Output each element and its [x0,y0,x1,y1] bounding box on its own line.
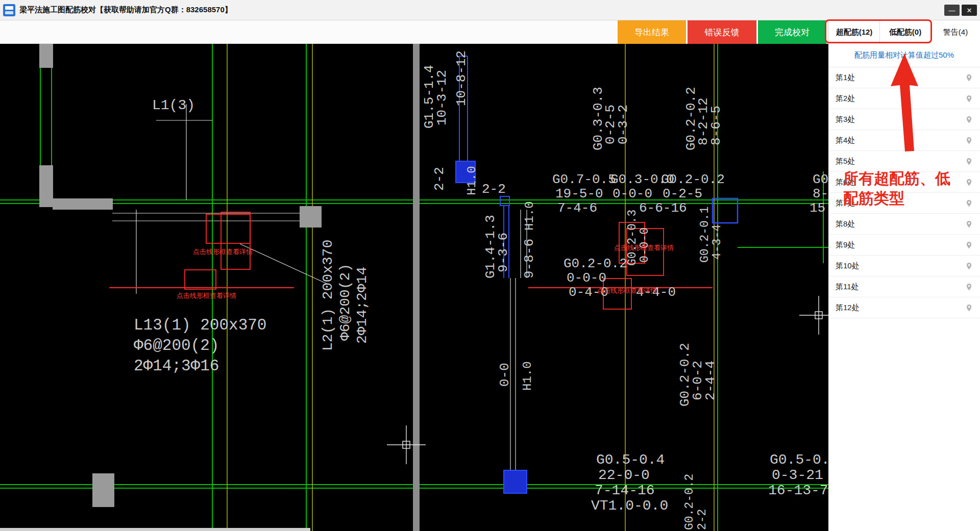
result-item-6[interactable]: 第6处 [828,172,980,193]
cad-text-label: L2(1) 200x370 [320,240,336,351]
error-feedback-button[interactable]: 错误反馈 [688,20,756,44]
cad-text-label: 点击线形框查看详情 [193,248,253,256]
cad-text-label: G0 [813,172,828,187]
location-pin-icon[interactable] [965,199,973,207]
cad-text-label: G0.2-0.2 [661,172,725,187]
app-icon [3,4,15,16]
cad-text-label: G0.7-0.5 [552,172,616,187]
cad-text-label: G0.2-0.2 [683,474,696,530]
cad-text-label: 0-3-2 [616,105,631,144]
cad-text-label: 0-2-5 [663,186,702,201]
result-item-8[interactable]: 第8处 [828,214,980,235]
close-button[interactable]: ✕ [962,5,977,16]
result-item-label: 第5处 [836,157,855,166]
cad-text-label: G0.5-0.4 [770,452,828,468]
result-item-label: 第1处 [836,73,855,83]
cad-text-label: VT1.0-0.0 [591,498,668,514]
cad-text-label: Φ6@200(2) [134,337,219,355]
cad-text-label: 2-2 [696,509,709,530]
cad-text-label: G0.5-0.4 [596,452,665,468]
cad-text-label: 2-2 [482,182,506,197]
cad-text-label: 16-13-7 [768,483,828,498]
result-item-label: 第7处 [836,198,855,208]
location-pin-icon[interactable] [965,116,973,123]
cad-text-label: H1.0 [523,201,536,231]
cad-text-label: 9-8-6 [522,239,537,279]
result-item-12[interactable]: 第12处 [828,297,980,318]
cad-text-label: 22-0-0 [598,467,650,483]
cad-text-label: H1.0 [465,166,479,195]
result-item-label: 第12处 [836,303,860,313]
location-pin-icon[interactable] [965,304,973,312]
cad-text-label: 点击线形框查看详情 [597,287,657,295]
window-title: 梁平法施工图配筋校对【获取帮助请加官方Q群：832658570】 [19,5,232,15]
result-item-1[interactable]: 第1处 [828,67,980,88]
results-panel: 配筋用量相对计算值超过50% 第1处 第2处 第3处 第4处 第5处 第6处 第… [828,44,980,531]
cad-text-label: 点击线形框查看详情 [177,292,236,300]
location-pin-icon[interactable] [965,283,973,291]
cad-text-label: 2Φ14;2Φ14 [354,267,370,344]
location-pin-icon[interactable] [965,74,973,82]
result-item-5[interactable]: 第5处 [828,151,980,172]
location-pin-icon[interactable] [965,220,973,228]
window-controls: — ✕ [944,5,977,16]
cad-text-label: 4-3-4 [710,224,724,260]
wall-divider [413,44,420,531]
result-category-link[interactable]: 配筋用量相对计算值超过50% [828,44,980,67]
cad-text-label: 8-6-5 [708,106,724,145]
location-pin-icon[interactable] [965,158,973,165]
result-item-9[interactable]: 第9处 [828,235,980,256]
location-pin-icon[interactable] [965,241,973,249]
toolbar: 导出结果 错误反馈 完成校对 超配筋(12) 低配筋(0) 警告(4) [0,20,980,44]
cad-text-label: L1(3) [152,97,195,113]
cad-text-label: G0.2-0.2 [564,256,627,271]
cad-text-label: G0.2-0.3 [626,210,639,266]
cad-text-label: Φ6@200(2) [337,264,353,341]
result-item-10[interactable]: 第10处 [828,256,980,276]
cad-text-label: L13(1) 200x370 [134,316,266,334]
cad-text-label: 19-5-0 [555,186,603,201]
cad-text-label: 7-4-6 [557,200,597,216]
result-item-label: 第4处 [836,136,855,145]
complete-check-button[interactable]: 完成校对 [758,20,826,44]
cad-text-label: 点击线形框查看详情 [614,244,674,252]
minimize-button[interactable]: — [944,5,960,16]
result-item-2[interactable]: 第2处 [828,88,980,109]
result-item-label: 第11处 [836,282,859,292]
location-pin-icon[interactable] [965,179,973,186]
cad-text-label: 2Φ14;3Φ16 [134,357,219,375]
result-item-3[interactable]: 第3处 [828,109,980,130]
cad-text-label: 2-2 [432,167,447,191]
cad-text-label: G0.2-0.1 [698,207,712,263]
result-item-11[interactable]: 第11处 [828,276,980,297]
tab-over-reinforcement[interactable]: 超配筋(12) [828,20,879,44]
export-results-button[interactable]: 导出结果 [618,20,686,44]
location-pin-icon[interactable] [965,262,973,270]
titlebar: 梁平法施工图配筋校对【获取帮助请加官方Q群：832658570】 — ✕ [0,0,980,20]
tab-under-reinforcement[interactable]: 低配筋(0) [879,20,930,44]
cad-text-label: 7-14-16 [595,483,655,498]
result-item-label: 第9处 [836,240,855,250]
cad-text-label: 10-3-12 [434,70,450,125]
cad-text-label: 0-3-21 [772,467,823,483]
bottom-wall-strip [0,528,310,531]
cad-text-label: 0-0 [497,363,512,387]
cad-text-label: 8- [813,186,828,201]
result-item-label: 第3处 [836,115,855,124]
result-item-label: 第6处 [836,178,855,187]
location-pin-icon[interactable] [965,95,973,103]
result-item-7[interactable]: 第7处 [828,193,980,214]
result-item-4[interactable]: 第4处 [828,130,980,151]
cad-text-label: 0-0-0 [612,186,652,201]
tab-warning[interactable]: 警告(4) [930,20,980,44]
cad-text-label: 2-4-4 [703,361,718,400]
result-item-label: 第2处 [836,94,855,104]
cad-text-label: 6-6-16 [639,200,687,216]
cad-text-label: 0-0-0 [567,270,606,286]
location-pin-icon[interactable] [965,137,973,144]
cad-text-label: H1.0 [521,361,534,391]
cad-drawing-canvas[interactable]: L1(3)L13(1) 200x370Φ6@200(2)2Φ14;3Φ16L2(… [0,44,828,531]
cad-text-label: 9-3-6 [496,233,511,272]
result-item-label: 第8处 [836,219,855,229]
cad-text-label: 15 [810,200,825,216]
